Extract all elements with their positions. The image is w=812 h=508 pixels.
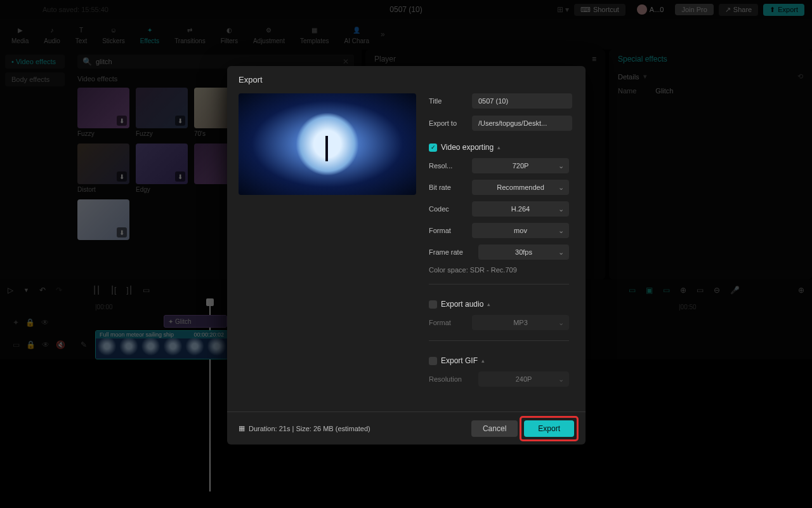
- title-label: Title: [429, 97, 467, 105]
- format-label: Format: [429, 227, 467, 234]
- export-gif-checkbox[interactable]: [429, 357, 437, 365]
- export-button[interactable]: Export: [524, 420, 574, 437]
- video-exporting-checkbox[interactable]: ✓: [429, 144, 437, 152]
- export-preview-image: [239, 93, 416, 195]
- gif-res-label: Resolution: [429, 375, 473, 383]
- cancel-button[interactable]: Cancel: [471, 420, 518, 437]
- colorspace-note: Color space: SDR - Rec.709: [429, 266, 569, 274]
- bitrate-select[interactable]: Recommended: [472, 180, 569, 195]
- modal-header: Export: [227, 66, 586, 93]
- export-audio-checkbox[interactable]: [429, 300, 437, 309]
- audio-format-select: MP3: [472, 315, 569, 330]
- footer-info-text: Duration: 21s | Size: 26 MB (estimated): [249, 425, 370, 432]
- codec-select[interactable]: H.264: [472, 201, 569, 217]
- exportto-label: Export to: [429, 119, 467, 127]
- format-select[interactable]: mov: [472, 223, 569, 238]
- export-gif-label: Export GIF: [441, 356, 478, 365]
- framerate-label: Frame rate: [429, 248, 473, 256]
- export-modal: Export Title Export to 📁 ✓ Video exporti…: [227, 66, 586, 444]
- film-icon: ▦: [239, 424, 245, 432]
- bitrate-label: Bit rate: [429, 184, 467, 191]
- audio-format-label: Format: [429, 319, 467, 326]
- resolution-label: Resol...: [429, 162, 467, 170]
- gif-res-select: 240P: [478, 371, 569, 387]
- framerate-select[interactable]: 30fps: [478, 244, 569, 260]
- resolution-select[interactable]: 720P: [472, 158, 569, 173]
- video-exporting-label: Video exporting: [441, 143, 494, 152]
- exportto-input[interactable]: [472, 116, 572, 131]
- codec-label: Codec: [429, 205, 467, 213]
- title-input[interactable]: [472, 93, 572, 109]
- export-audio-label: Export audio: [441, 300, 483, 309]
